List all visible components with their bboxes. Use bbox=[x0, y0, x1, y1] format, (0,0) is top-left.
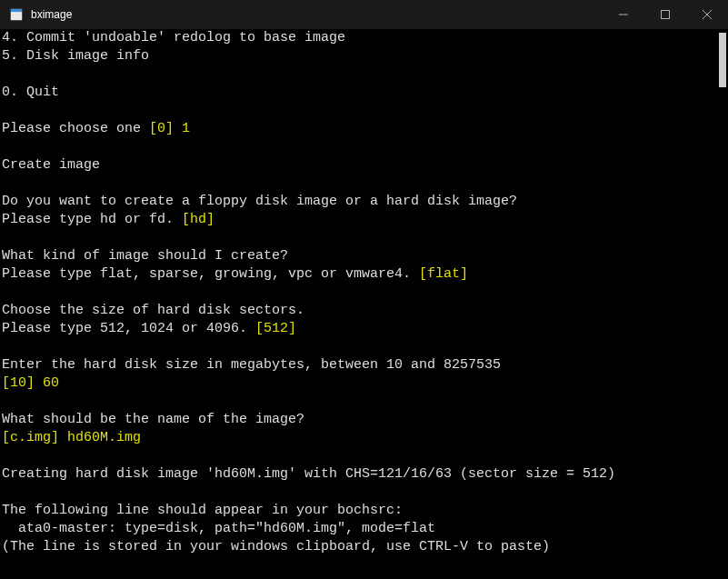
terminal-text: [hd] bbox=[182, 212, 214, 227]
maximize-button[interactable] bbox=[644, 0, 686, 29]
window-titlebar: bximage bbox=[0, 0, 728, 29]
terminal-line: Creating hard disk image 'hd60M.img' wit… bbox=[2, 465, 728, 484]
terminal-text: 0. Quit bbox=[2, 85, 59, 100]
terminal-line: Create image bbox=[2, 156, 728, 175]
terminal-text: What should be the name of the image? bbox=[2, 412, 304, 427]
terminal-line: Do you want to create a floppy disk imag… bbox=[2, 193, 728, 211]
svg-rect-4 bbox=[662, 11, 670, 19]
terminal-line: Please choose one [0] 1 bbox=[2, 120, 728, 138]
terminal-line bbox=[2, 65, 728, 84]
terminal-line: 5. Disk image info bbox=[2, 47, 728, 65]
terminal-line: 4. Commit 'undoable' redolog to base ima… bbox=[2, 29, 728, 47]
terminal-text: [512] bbox=[255, 321, 296, 336]
terminal-line bbox=[2, 393, 728, 411]
terminal-line bbox=[2, 284, 728, 302]
terminal-text: [10] bbox=[2, 375, 35, 391]
terminal-line: (The line is stored in your windows clip… bbox=[2, 538, 728, 556]
terminal-text: The following line should appear in your… bbox=[2, 503, 403, 518]
terminal-text: Choose the size of hard disk sectors. bbox=[2, 303, 304, 318]
terminal-line: What kind of image should I create? bbox=[2, 247, 728, 265]
terminal-text: Please type hd or fd. bbox=[2, 212, 182, 227]
terminal-area[interactable]: 4. Commit 'undoable' redolog to base ima… bbox=[0, 29, 728, 579]
terminal-text: Create image bbox=[2, 157, 100, 173]
close-button[interactable] bbox=[686, 0, 728, 29]
terminal-line bbox=[2, 484, 728, 502]
terminal-text: [flat] bbox=[419, 266, 468, 282]
terminal-text: Do you want to create a floppy disk imag… bbox=[2, 194, 517, 209]
terminal-line: [c.img] hd60M.img bbox=[2, 429, 728, 447]
terminal-text: What kind of image should I create? bbox=[2, 248, 288, 264]
terminal-text: Enter the hard disk size in megabytes, b… bbox=[2, 357, 501, 373]
terminal-text: 4. Commit 'undoable' redolog to base ima… bbox=[2, 30, 345, 45]
terminal-line: Enter the hard disk size in megabytes, b… bbox=[2, 356, 728, 374]
terminal-line bbox=[2, 229, 728, 247]
terminal-text bbox=[59, 430, 67, 445]
terminal-line: 0. Quit bbox=[2, 84, 728, 102]
svg-rect-1 bbox=[11, 9, 22, 13]
terminal-line: What should be the name of the image? bbox=[2, 411, 728, 429]
terminal-text: hd60M.img bbox=[67, 430, 141, 445]
terminal-text: 60 bbox=[43, 375, 59, 391]
terminal-line bbox=[2, 175, 728, 193]
svg-rect-2 bbox=[11, 12, 22, 20]
terminal-text: ata0-master: type=disk, path="hd60M.img"… bbox=[2, 521, 435, 536]
terminal-line: ata0-master: type=disk, path="hd60M.img"… bbox=[2, 520, 728, 538]
terminal-text: 5. Disk image info bbox=[2, 48, 149, 64]
terminal-text bbox=[174, 121, 182, 136]
terminal-content: 4. Commit 'undoable' redolog to base ima… bbox=[2, 29, 728, 556]
window-title: bximage bbox=[31, 8, 72, 21]
terminal-line: The following line should appear in your… bbox=[2, 502, 728, 520]
terminal-text: Please choose one bbox=[2, 121, 149, 136]
terminal-line: Please type 512, 1024 or 4096. [512] bbox=[2, 320, 728, 338]
terminal-text bbox=[35, 375, 43, 391]
window-controls bbox=[603, 0, 728, 29]
app-icon bbox=[9, 7, 24, 22]
terminal-text: Please type flat, sparse, growing, vpc o… bbox=[2, 266, 419, 282]
terminal-line bbox=[2, 447, 728, 465]
terminal-text: Please type 512, 1024 or 4096. bbox=[2, 321, 255, 336]
terminal-line bbox=[2, 138, 728, 156]
terminal-line bbox=[2, 102, 728, 120]
terminal-text: [c.img] bbox=[2, 430, 59, 445]
terminal-line: Choose the size of hard disk sectors. bbox=[2, 302, 728, 320]
terminal-line bbox=[2, 338, 728, 356]
terminal-text: Creating hard disk image 'hd60M.img' wit… bbox=[2, 466, 615, 482]
terminal-line: Please type hd or fd. [hd] bbox=[2, 211, 728, 229]
minimize-button[interactable] bbox=[603, 0, 644, 29]
terminal-text: 1 bbox=[182, 121, 190, 136]
terminal-text: (The line is stored in your windows clip… bbox=[2, 539, 550, 554]
scrollbar-thumb[interactable] bbox=[719, 33, 726, 87]
terminal-line: [10] 60 bbox=[2, 374, 728, 393]
terminal-line: Please type flat, sparse, growing, vpc o… bbox=[2, 265, 728, 284]
terminal-text: [0] bbox=[149, 121, 174, 136]
